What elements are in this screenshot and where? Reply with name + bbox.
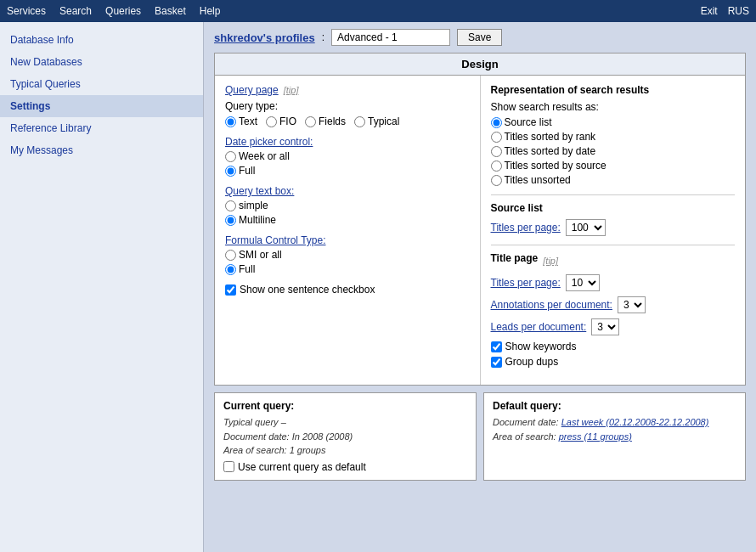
- title-page-titles-label[interactable]: Titles per page:: [491, 277, 561, 289]
- sidebar-item-settings[interactable]: Settings: [0, 95, 203, 117]
- sidebar-item-database-info[interactable]: Database Info: [0, 29, 203, 51]
- design-panel-body: Query page [tip] Query type: Text FIO: [215, 76, 745, 385]
- show-one-sentence-checkbox[interactable]: Show one sentence checkbox: [225, 284, 470, 296]
- query-type-label: Query type:: [225, 100, 470, 112]
- sidebar-item-new-databases[interactable]: New Databases: [0, 51, 203, 73]
- default-doc-date-link[interactable]: Last week (02.12.2008-22.12.2008): [561, 417, 709, 427]
- design-right-panel: Representation of search results Show se…: [481, 76, 746, 385]
- nav-items: Services Search Queries Basket Help: [7, 5, 701, 17]
- nav-exit[interactable]: Exit: [701, 5, 718, 17]
- radio-week-or-all[interactable]: Week or all: [225, 150, 290, 162]
- profile-link[interactable]: shkredov's profiles: [214, 31, 315, 44]
- radio-fields[interactable]: Fields: [305, 115, 346, 127]
- design-left-panel: Query page [tip] Query type: Text FIO: [215, 76, 481, 385]
- titles-per-page-row: Titles per page: 10 25 50 100 200: [491, 219, 736, 236]
- annotations-label[interactable]: Annotations per document:: [491, 299, 612, 311]
- nav-search[interactable]: Search: [59, 5, 92, 17]
- design-panel-title: Design: [215, 54, 745, 76]
- titles-per-page-label: Titles per page:: [491, 222, 561, 234]
- title-page-section: Title page [tip] Titles per page: 5 10 2…: [491, 252, 736, 368]
- title-page-tip[interactable]: [tip]: [543, 256, 558, 266]
- nav-basket[interactable]: Basket: [155, 5, 186, 17]
- radio-full-date[interactable]: Full: [225, 165, 255, 177]
- annotations-row: Annotations per document: 0 1 2 3 5: [491, 296, 736, 313]
- default-area-link[interactable]: press (11 groups): [559, 431, 632, 442]
- radio-simple[interactable]: simple: [225, 200, 268, 211]
- show-keywords-checkbox[interactable]: Show keywords: [491, 341, 736, 352]
- sidebar-item-my-messages[interactable]: My Messages: [0, 139, 203, 161]
- leads-row: Leads per document: 0 1 2 3 5: [491, 318, 736, 335]
- content-area: shkredov's profiles : Save Design Query …: [204, 22, 756, 552]
- leads-label[interactable]: Leads per document:: [491, 321, 587, 333]
- current-doc-date: Document date: In 2008 (2008): [223, 430, 467, 444]
- design-panel: Design Query page [tip] Query type: Text: [214, 53, 746, 386]
- profile-colon: :: [322, 31, 324, 43]
- nav-queries[interactable]: Queries: [105, 5, 141, 17]
- titles-per-page-select[interactable]: 10 25 50 100 200: [566, 219, 606, 236]
- formula-control-label[interactable]: Formula Control Type:: [225, 234, 470, 246]
- radio-fio[interactable]: FIO: [266, 115, 296, 127]
- radio-text[interactable]: Text: [225, 115, 257, 127]
- title-page-titles-row: Titles per page: 5 10 25 50: [491, 274, 736, 291]
- profile-header: shkredov's profiles : Save: [214, 29, 746, 46]
- default-doc-date: Document date: Last week (02.12.2008-22.…: [493, 415, 736, 430]
- query-page-label[interactable]: Query page: [225, 84, 279, 96]
- sidebar-item-reference-library[interactable]: Reference Library: [0, 117, 203, 139]
- group-dups-checkbox[interactable]: Group dups: [491, 356, 736, 368]
- main-layout: Database Info New Databases Typical Quer…: [0, 22, 756, 552]
- radio-titles-date[interactable]: Titles sorted by date: [491, 145, 736, 157]
- radio-typical[interactable]: Typical: [354, 115, 399, 127]
- current-query-box: Current query: Typical query – Document …: [214, 392, 477, 481]
- query-page-tip[interactable]: [tip]: [284, 85, 299, 95]
- query-type-options: Text FIO Fields Typical: [225, 115, 470, 127]
- radio-full-formula[interactable]: Full: [225, 263, 255, 275]
- current-query-title: Current query:: [223, 400, 467, 412]
- show-results-label: Show search results as:: [491, 101, 736, 113]
- radio-multiline[interactable]: Multiline: [225, 214, 276, 226]
- current-area: Area of search: 1 groups: [223, 443, 467, 458]
- annotations-select[interactable]: 0 1 2 3 5: [618, 296, 646, 313]
- leads-select[interactable]: 0 1 2 3 5: [591, 318, 619, 335]
- radio-titles-rank[interactable]: Titles sorted by rank: [491, 131, 736, 143]
- date-picker-group: Date picker control: Week or all Full: [225, 136, 470, 177]
- source-list-title: Source list: [491, 202, 736, 214]
- formula-control-group: Formula Control Type: SMI or all Full: [225, 234, 470, 275]
- nav-services[interactable]: Services: [7, 5, 46, 17]
- current-query-type: Typical query –: [223, 415, 467, 430]
- query-textbox-label[interactable]: Query text box:: [225, 185, 470, 197]
- default-area: Area of search: press (11 groups): [493, 430, 736, 444]
- default-query-title: Default query:: [493, 400, 736, 412]
- sidebar: Database Info New Databases Typical Quer…: [0, 22, 204, 552]
- radio-titles-unsorted[interactable]: Titles unsorted: [491, 174, 736, 186]
- title-page-label: Title page: [491, 252, 539, 264]
- title-page-titles-select[interactable]: 5 10 25 50: [566, 274, 600, 291]
- save-button[interactable]: Save: [457, 29, 502, 46]
- radio-titles-source[interactable]: Titles sorted by source: [491, 160, 736, 172]
- representation-title: Representation of search results: [491, 84, 736, 96]
- source-list-section: Source list Titles per page: 10 25 50 10…: [491, 202, 736, 236]
- nav-right: Exit RUS: [701, 5, 749, 17]
- date-picker-label[interactable]: Date picker control:: [225, 136, 470, 148]
- bottom-info-area: Current query: Typical query – Document …: [214, 392, 746, 481]
- query-textbox-group: Query text box: simple Multiline: [225, 185, 470, 226]
- radio-source-list[interactable]: Source list: [491, 116, 736, 128]
- representation-section: Representation of search results Show se…: [491, 84, 736, 186]
- nav-help[interactable]: Help: [200, 5, 221, 17]
- sidebar-item-typical-queries[interactable]: Typical Queries: [0, 73, 203, 95]
- query-page-group: Query page [tip] Query type: Text FIO: [225, 84, 470, 127]
- nav-rus[interactable]: RUS: [728, 5, 749, 17]
- use-current-query-checkbox[interactable]: Use current query as default: [223, 461, 467, 473]
- profile-name-input[interactable]: [331, 29, 450, 46]
- top-navigation: Services Search Queries Basket Help Exit…: [0, 0, 756, 22]
- radio-smi-or-all[interactable]: SMI or all: [225, 249, 282, 261]
- default-query-box: Default query: Document date: Last week …: [483, 392, 746, 481]
